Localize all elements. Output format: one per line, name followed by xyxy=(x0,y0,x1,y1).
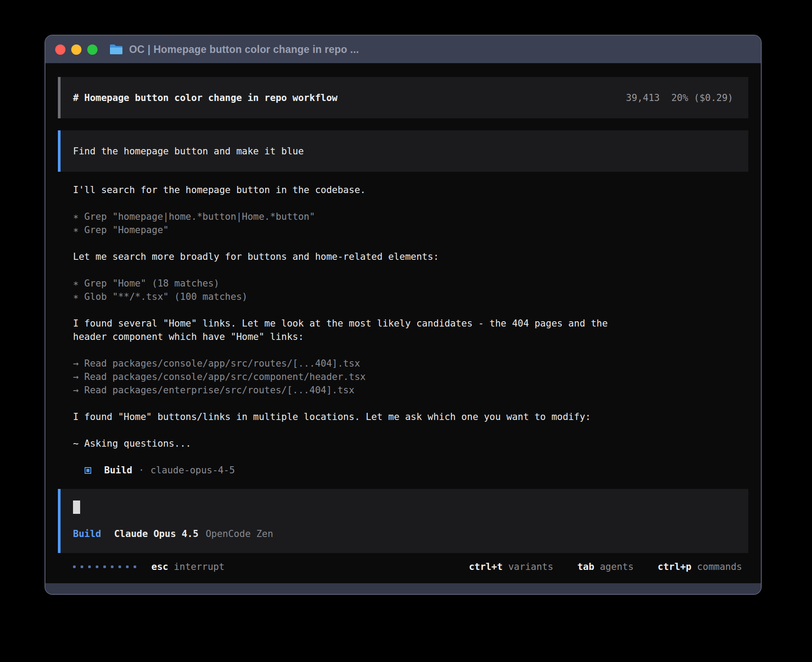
context-cost: 20% ($0.29) xyxy=(671,93,733,103)
folder-icon xyxy=(109,44,123,55)
spinner-dot xyxy=(111,565,114,568)
assistant-paragraph: I found "Home" buttons/links in multiple… xyxy=(73,410,748,424)
footer-right: ctrl+t variants tab agents ctrl+p comman… xyxy=(469,560,742,573)
window-title: OC | Homepage button color change in rep… xyxy=(129,44,359,56)
window-titlebar: OC | Homepage button color change in rep… xyxy=(45,36,761,63)
input-status-row: Build Claude Opus 4.5 OpenCode Zen xyxy=(73,527,736,541)
active-agent-label[interactable]: Build xyxy=(73,527,101,541)
traffic-lights xyxy=(55,44,97,55)
assistant-paragraph: I'll search for the homepage button in t… xyxy=(73,183,748,197)
tool-call-grep: ∗ Grep "Home" (18 matches) xyxy=(73,277,748,290)
spinner-dot xyxy=(134,565,136,568)
task-model-label: claude-opus-4-5 xyxy=(150,464,235,477)
shortcut-label: variants xyxy=(508,561,553,572)
token-count: 39,413 xyxy=(626,93,660,103)
shortcut-key: ctrl+p xyxy=(658,561,691,572)
shortcut-key: ctrl+t xyxy=(469,561,503,572)
tool-call-glob: ∗ Glob "**/*.tsx" (100 matches) xyxy=(73,290,748,303)
interrupt-key: esc xyxy=(151,561,168,572)
spinner-dot xyxy=(118,565,121,568)
session-header: # Homepage button color change in repo w… xyxy=(58,77,748,118)
tool-call-read: → Read packages/console/app/src/routes/[… xyxy=(73,357,748,370)
interrupt-label: interrupt xyxy=(174,561,225,572)
spinner-dot xyxy=(103,565,106,568)
shortcut-label: agents xyxy=(600,561,633,572)
provider-label: OpenCode Zen xyxy=(206,527,273,541)
task-agent-label: Build xyxy=(104,464,132,477)
active-model-label: Claude Opus 4.5 xyxy=(114,527,199,541)
window-bottom-edge xyxy=(45,583,761,594)
shortcut-variants: ctrl+t variants xyxy=(469,560,553,573)
tool-call-grep: ∗ Grep "Homepage" xyxy=(73,223,748,237)
spinner-dot xyxy=(88,565,91,568)
tool-call-read: → Read packages/console/app/src/componen… xyxy=(73,370,748,383)
shortcut-commands: ctrl+p commands xyxy=(658,560,742,573)
user-message-text: Find the homepage button and make it blu… xyxy=(73,146,304,157)
spinner-dot xyxy=(73,565,76,568)
user-message: Find the homepage button and make it blu… xyxy=(58,130,748,172)
zoom-button[interactable] xyxy=(87,44,97,55)
terminal-content: # Homepage button color change in repo w… xyxy=(45,63,761,583)
assistant-paragraph: I found several "Home" links. Let me loo… xyxy=(73,317,748,330)
tool-call-grep: ∗ Grep "homepage|home.*button|Home.*butt… xyxy=(73,210,748,223)
tool-call-read: → Read packages/enterprise/src/routes/[.… xyxy=(73,383,748,397)
interrupt-hint: esc interrupt xyxy=(151,560,224,573)
agent-task-row: Build · claude-opus-4-5 xyxy=(73,464,748,477)
shortcut-agents: tab agents xyxy=(577,560,633,573)
close-button[interactable] xyxy=(55,44,65,55)
session-stats: 39,413 20% ($0.29) xyxy=(626,93,733,103)
minimize-button[interactable] xyxy=(71,44,81,55)
prompt-input[interactable]: Build Claude Opus 4.5 OpenCode Zen xyxy=(58,489,748,553)
assistant-response: I'll search for the homepage button in t… xyxy=(58,183,748,477)
terminal-window: OC | Homepage button color change in rep… xyxy=(45,35,762,595)
session-title: # Homepage button color change in repo w… xyxy=(73,93,337,103)
spinner-dot xyxy=(96,565,98,568)
task-separator: · xyxy=(138,464,144,477)
assistant-paragraph: header component which have "Home" links… xyxy=(73,330,748,343)
spinner-dots xyxy=(73,565,136,568)
footer-statusbar: esc interrupt ctrl+t variants tab agents… xyxy=(58,560,748,573)
text-cursor xyxy=(73,501,80,514)
spinner-dot xyxy=(81,565,83,568)
spinner-dot xyxy=(126,565,129,568)
shortcut-label: commands xyxy=(697,561,742,572)
shortcut-key: tab xyxy=(577,561,594,572)
footer-left: esc interrupt xyxy=(73,560,224,573)
assistant-paragraph: Let me search more broadly for buttons a… xyxy=(73,250,748,263)
agent-status-icon xyxy=(85,467,91,474)
assistant-status: ~ Asking questions... xyxy=(73,437,748,450)
